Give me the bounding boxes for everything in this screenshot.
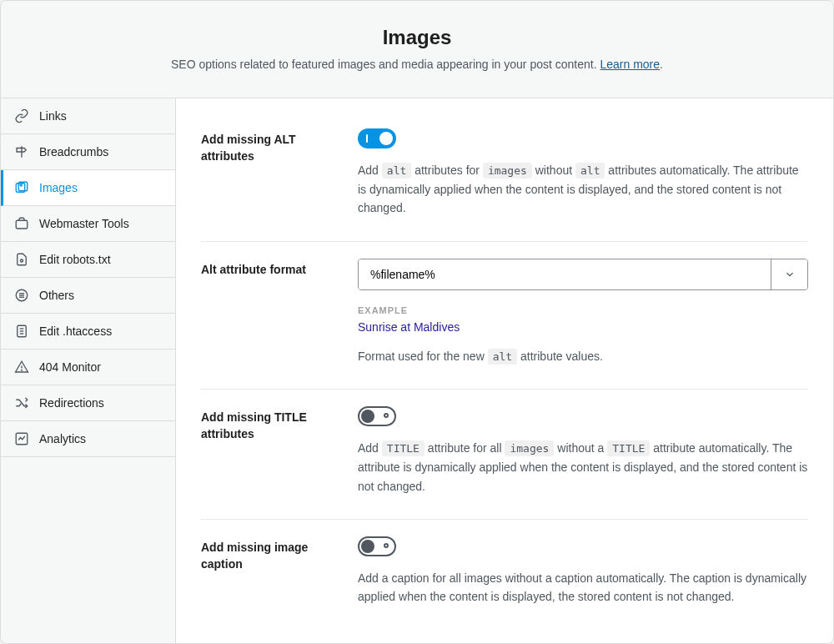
setting-description: Add a caption for all images without a c… <box>358 569 808 606</box>
sidebar-item-label: Webmaster Tools <box>39 217 129 230</box>
learn-more-link[interactable]: Learn more <box>600 58 660 71</box>
page-subtitle: SEO options related to featured images a… <box>34 58 800 71</box>
chart-icon <box>14 431 29 446</box>
sidebar-item-label: Breadcrumbs <box>39 145 108 158</box>
alt-format-field <box>358 259 808 290</box>
setting-description: Add TITLE attribute for all images witho… <box>358 439 808 496</box>
setting-label: Add missing image caption <box>201 536 326 606</box>
shuffle-icon <box>14 395 29 410</box>
setting-label: Add missing ALT attributes <box>201 128 326 218</box>
toggle-add-missing-caption[interactable] <box>358 536 396 556</box>
chevron-down-icon <box>784 269 796 280</box>
document-icon <box>14 324 29 339</box>
sidebar-item-redirections[interactable]: Redirections <box>1 385 175 421</box>
setting-alt-format: Alt attribute format EXAMPLE Sunrise at … <box>201 242 808 390</box>
sidebar-item-404-monitor[interactable]: 404 Monitor <box>1 350 175 385</box>
sidebar-item-edit-htaccess[interactable]: Edit .htaccess <box>1 314 175 350</box>
sidebar-item-label: Images <box>39 181 78 194</box>
setting-description: Format used for the new alt attribute va… <box>358 347 808 366</box>
sidebar-item-label: 404 Monitor <box>39 360 101 374</box>
toggle-add-missing-title[interactable] <box>358 406 396 426</box>
sidebar-item-others[interactable]: Others <box>1 278 175 314</box>
variable-dropdown-button[interactable] <box>771 259 807 289</box>
page-title: Images <box>34 26 800 49</box>
svg-point-14 <box>22 370 23 370</box>
settings-sidebar: Links Breadcrumbs Images <box>1 98 176 644</box>
setting-add-missing-alt: Add missing ALT attributes Add alt attri… <box>201 123 808 242</box>
sidebar-item-images[interactable]: Images <box>1 170 175 206</box>
sidebar-item-breadcrumbs[interactable]: Breadcrumbs <box>1 134 175 170</box>
link-icon <box>14 108 29 123</box>
example-label: EXAMPLE <box>358 305 808 315</box>
alt-format-input[interactable] <box>359 259 771 289</box>
file-icon <box>14 252 29 267</box>
setting-add-missing-caption: Add missing image caption Add a caption … <box>201 520 808 630</box>
image-icon <box>14 180 29 195</box>
sidebar-item-webmaster-tools[interactable]: Webmaster Tools <box>1 206 175 242</box>
setting-label: Alt attribute format <box>201 259 326 366</box>
circle-list-icon <box>14 288 29 303</box>
briefcase-icon <box>14 216 29 231</box>
svg-point-2 <box>20 184 22 186</box>
page-header: Images SEO options related to featured i… <box>1 1 833 98</box>
sidebar-item-edit-robots[interactable]: Edit robots.txt <box>1 242 175 278</box>
setting-description: Add alt attributes for images without al… <box>358 161 808 218</box>
sidebar-item-analytics[interactable]: Analytics <box>1 421 175 457</box>
sidebar-item-label: Analytics <box>39 432 86 445</box>
sidebar-item-label: Edit .htaccess <box>39 325 112 338</box>
signpost-icon <box>14 144 29 159</box>
sidebar-item-links[interactable]: Links <box>1 98 175 134</box>
svg-point-4 <box>21 259 23 262</box>
sidebar-item-label: Redirections <box>39 396 104 410</box>
sidebar-item-label: Edit robots.txt <box>39 253 111 266</box>
setting-label: Add missing TITLE attributes <box>201 406 326 496</box>
settings-content: Add missing ALT attributes Add alt attri… <box>176 98 833 644</box>
sidebar-item-label: Links <box>39 109 67 123</box>
sidebar-item-label: Others <box>39 289 74 302</box>
toggle-add-missing-alt[interactable] <box>358 128 396 148</box>
example-value: Sunrise at Maldives <box>358 320 808 334</box>
svg-rect-3 <box>16 220 28 229</box>
setting-add-missing-title: Add missing TITLE attributes Add TITLE a… <box>201 390 808 520</box>
warning-icon <box>14 360 29 375</box>
